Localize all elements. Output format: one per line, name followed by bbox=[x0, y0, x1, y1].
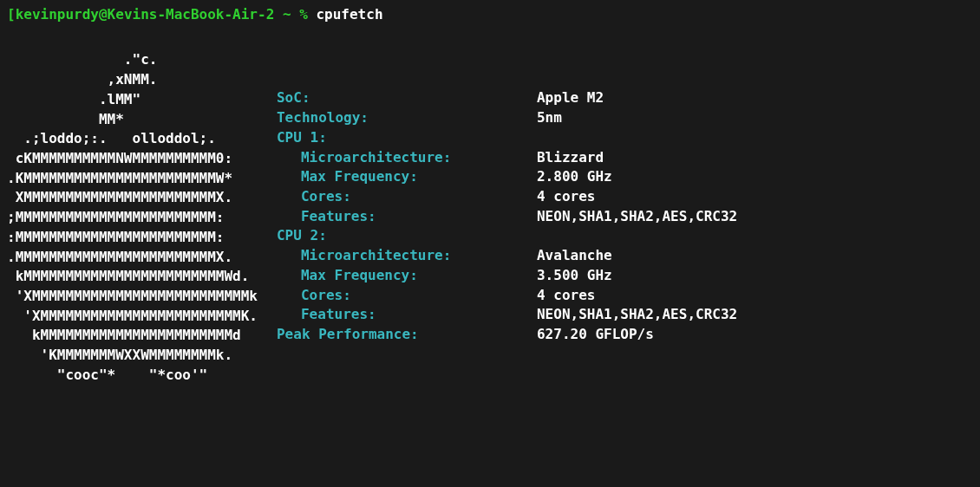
cpu1-features-label: Features: bbox=[301, 207, 537, 227]
cpu2-features-row: Features: NEON,SHA1,SHA2,AES,CRC32 bbox=[277, 305, 737, 325]
cpu1-micro-value: Blizzard bbox=[537, 148, 604, 168]
cpu1-cores-row: Cores: 4 cores bbox=[277, 187, 737, 207]
cpu1-header-row: CPU 1: bbox=[277, 128, 737, 148]
cpu2-features-label: Features: bbox=[301, 305, 537, 325]
prompt-separator: % bbox=[291, 6, 317, 23]
peak-performance-row: Peak Performance: 627.20 GFLOP/s bbox=[277, 325, 737, 345]
peak-performance-value: 627.20 GFLOP/s bbox=[537, 325, 654, 345]
prompt-path: ~ bbox=[283, 6, 291, 23]
cpu2-micro-row: Microarchitecture: Avalanche bbox=[277, 246, 737, 266]
cpu2-features-value: NEON,SHA1,SHA2,AES,CRC32 bbox=[537, 305, 737, 325]
soc-label: SoC: bbox=[277, 88, 537, 108]
ascii-logo: ."c. ,xNMM. .lMM" MM* .;loddo;:. olloddo… bbox=[7, 50, 258, 385]
cpu2-cores-value: 4 cores bbox=[537, 286, 595, 306]
command-text[interactable]: cpufetch bbox=[316, 6, 382, 23]
cpu2-micro-value: Avalanche bbox=[537, 246, 612, 266]
soc-row: SoC: Apple M2 bbox=[277, 88, 737, 108]
cpu1-freq-row: Max Frequency: 2.800 GHz bbox=[277, 167, 737, 187]
cpu2-freq-label: Max Frequency: bbox=[301, 266, 537, 286]
output-content: ."c. ,xNMM. .lMM" MM* .;loddo;:. olloddo… bbox=[7, 50, 973, 385]
technology-row: Technology: 5nm bbox=[277, 108, 737, 128]
cpu2-label: CPU 2: bbox=[277, 226, 537, 246]
cpu2-freq-row: Max Frequency: 3.500 GHz bbox=[277, 266, 737, 286]
peak-performance-label: Peak Performance: bbox=[277, 325, 537, 345]
cpu1-features-row: Features: NEON,SHA1,SHA2,AES,CRC32 bbox=[277, 207, 737, 227]
cpu1-features-value: NEON,SHA1,SHA2,AES,CRC32 bbox=[537, 207, 737, 227]
cpu2-cores-label: Cores: bbox=[301, 286, 537, 306]
cpu1-label: CPU 1: bbox=[277, 128, 537, 148]
technology-label: Technology: bbox=[277, 108, 537, 128]
cpu1-cores-label: Cores: bbox=[301, 187, 537, 207]
cpu-info-panel: SoC: Apple M2 Technology: 5nm CPU 1: Mic… bbox=[277, 50, 737, 385]
cpu2-micro-label: Microarchitecture: bbox=[301, 246, 537, 266]
prompt-path-sep bbox=[274, 6, 283, 23]
cpu1-micro-label: Microarchitecture: bbox=[301, 148, 537, 168]
cpu1-micro-row: Microarchitecture: Blizzard bbox=[277, 148, 737, 168]
prompt-at: @ bbox=[99, 6, 108, 23]
terminal-window: [kevinpurdy@Kevins-MacBook-Air-2 ~ % cpu… bbox=[0, 0, 980, 391]
cpu1-freq-label: Max Frequency: bbox=[301, 167, 537, 187]
cpu1-freq-value: 2.800 GHz bbox=[537, 167, 612, 187]
cpu2-cores-row: Cores: 4 cores bbox=[277, 286, 737, 306]
prompt-line: [kevinpurdy@Kevins-MacBook-Air-2 ~ % cpu… bbox=[7, 5, 973, 24]
prompt-host: Kevins-MacBook-Air-2 bbox=[108, 6, 275, 23]
prompt-open-bracket: [ bbox=[7, 6, 16, 23]
prompt-user: kevinpurdy bbox=[16, 6, 99, 23]
technology-value: 5nm bbox=[537, 108, 562, 128]
cpu2-header-row: CPU 2: bbox=[277, 226, 737, 246]
soc-value: Apple M2 bbox=[537, 88, 604, 108]
cpu1-cores-value: 4 cores bbox=[537, 187, 595, 207]
cpu2-freq-value: 3.500 GHz bbox=[537, 266, 612, 286]
